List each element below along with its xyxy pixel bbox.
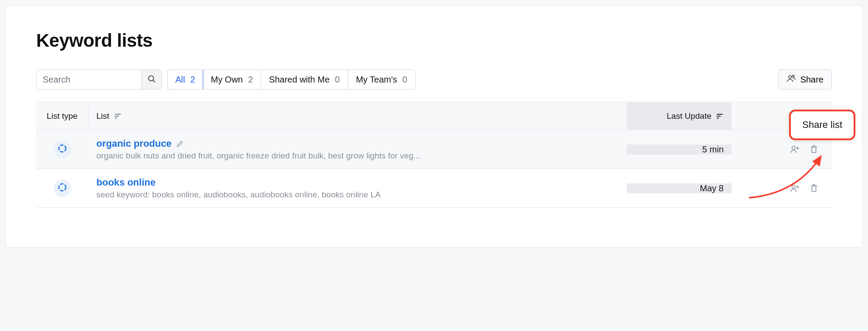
list-description: seed keyword: books online, audiobooks, … [96, 190, 619, 200]
keyword-lists-card: Keyword lists All 2 My Own 2 Shared with… [5, 5, 863, 248]
svg-point-14 [59, 184, 66, 191]
search-button[interactable] [141, 70, 161, 89]
svg-line-1 [153, 80, 155, 82]
column-header-list-type[interactable]: List type [36, 102, 89, 130]
svg-point-3 [792, 75, 794, 77]
page-title: Keyword lists [36, 30, 832, 51]
search-icon [147, 75, 156, 85]
trash-icon[interactable] [809, 145, 819, 154]
filter-label: My Own [211, 75, 243, 85]
sort-icon [114, 112, 122, 120]
cell-list: organic produce organic bulk nuts and dr… [89, 138, 627, 161]
filter-count: 2 [190, 75, 195, 85]
segments-icon [57, 143, 68, 155]
filter-label: All [175, 75, 185, 85]
people-icon [786, 74, 796, 86]
cell-list: books online seed keyword: books online,… [89, 177, 627, 200]
filter-count: 0 [335, 75, 340, 85]
filter-count: 2 [248, 75, 253, 85]
column-header-last-update[interactable]: Last Update [627, 102, 731, 130]
svg-rect-5 [115, 116, 119, 117]
column-label: List type [47, 111, 78, 121]
search-wrap [36, 69, 162, 90]
column-header-list[interactable]: List [89, 102, 627, 130]
svg-point-0 [148, 76, 154, 81]
filter-tab-my-own[interactable]: My Own 2 [203, 70, 261, 89]
cell-actions [731, 145, 832, 154]
filter-tabs: All 2 My Own 2 Shared with Me 0 My Team'… [167, 69, 416, 90]
share-button-label: Share [800, 75, 824, 85]
filter-tab-shared-with-me[interactable]: Shared with Me 0 [261, 70, 348, 89]
cell-last-update: May 8 [627, 183, 731, 193]
table-row: organic produce organic bulk nuts and dr… [36, 130, 832, 169]
pencil-icon[interactable] [176, 139, 185, 148]
svg-rect-8 [717, 116, 721, 117]
sort-icon [716, 112, 724, 120]
svg-rect-7 [717, 114, 723, 114]
list-name-link[interactable]: organic produce [96, 138, 171, 149]
svg-point-10 [59, 145, 66, 152]
list-type-badge [54, 179, 71, 197]
share-list-tooltip: Share list [789, 110, 855, 140]
filter-tab-all[interactable]: All 2 [167, 69, 203, 90]
tooltip-label: Share list [802, 119, 842, 130]
svg-rect-9 [717, 117, 719, 118]
svg-point-11 [792, 146, 795, 149]
cell-actions [731, 183, 832, 193]
filter-tab-my-teams[interactable]: My Team's 0 [348, 70, 415, 89]
svg-rect-6 [115, 117, 117, 118]
filter-count: 0 [403, 75, 407, 85]
column-label: Last Update [667, 111, 711, 121]
last-update-value: May 8 [700, 183, 724, 193]
segments-icon [57, 182, 68, 194]
keyword-lists-table: List type List Last Update [36, 102, 832, 208]
toolbar: All 2 My Own 2 Shared with Me 0 My Team'… [36, 69, 832, 90]
share-list-icon[interactable] [790, 183, 800, 193]
search-input[interactable] [37, 70, 141, 89]
svg-point-15 [792, 185, 795, 188]
cell-last-update: 5 min [627, 145, 731, 155]
table-header: List type List Last Update [36, 102, 832, 130]
filter-label: Shared with Me [269, 75, 330, 85]
svg-point-2 [789, 76, 791, 78]
trash-icon[interactable] [809, 183, 819, 193]
list-description: organic bulk nuts and dried fruit, organ… [96, 151, 619, 161]
cell-list-type [36, 141, 89, 158]
filter-label: My Team's [356, 75, 397, 85]
table-row: books online seed keyword: books online,… [36, 169, 832, 208]
cell-list-type [36, 179, 89, 197]
share-button[interactable]: Share [778, 69, 832, 90]
share-list-icon[interactable] [790, 145, 800, 154]
list-name-link[interactable]: books online [96, 177, 156, 188]
column-label: List [96, 111, 109, 121]
list-type-badge [54, 141, 71, 158]
svg-rect-4 [115, 114, 121, 114]
last-update-value: 5 min [702, 145, 724, 155]
